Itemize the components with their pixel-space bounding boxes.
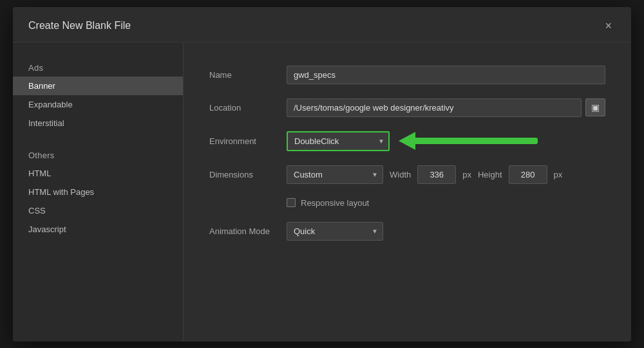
animation-mode-row: Animation Mode Quick Standard CSS ▼ [209,222,605,241]
sidebar-item-javascript[interactable]: Javascript [13,220,183,239]
environment-select-wrapper: DoubleClick Google Ads None ▼ [287,131,390,151]
folder-button[interactable]: ▣ [585,98,605,116]
sidebar-item-html-pages[interactable]: HTML with Pages [13,183,183,201]
dialog-body: Ads Banner Expandable Interstitial Other… [13,42,631,342]
green-arrow [399,132,538,150]
dimensions-label: Dimensions [209,170,287,179]
animation-mode-select[interactable]: Quick Standard CSS [287,222,383,241]
width-input[interactable] [417,165,456,184]
width-label: Width [390,170,411,179]
location-row: Location ▣ [209,98,605,117]
environment-label: Environment [209,136,287,146]
create-file-dialog: Create New Blank File × Ads Banner Expan… [13,7,631,342]
dimensions-select[interactable]: Custom 320x50 300x250 728x90 [287,165,383,184]
dimensions-row: Dimensions Custom 320x50 300x250 728x90 … [209,165,605,184]
dialog-title: Create New Blank File [28,20,131,32]
dimensions-select-wrapper: Custom 320x50 300x250 728x90 ▼ [287,165,383,184]
sidebar-item-banner[interactable]: Banner [13,77,183,95]
animation-mode-label: Animation Mode [209,226,287,236]
folder-icon: ▣ [591,102,600,113]
close-button[interactable]: × [601,19,616,33]
arrow-head-icon [399,132,415,150]
dialog-header: Create New Blank File × [13,7,631,42]
environment-control: DoubleClick Google Ads None ▼ [287,131,538,151]
location-label: Location [209,103,287,113]
name-input[interactable] [287,66,605,84]
responsive-label: Responsive layout [301,198,369,208]
px-label-2: px [554,170,563,179]
name-row: Name [209,66,605,84]
arrow-body [415,138,538,144]
height-input[interactable] [509,165,547,184]
sidebar-item-interstitial[interactable]: Interstitial [13,114,183,133]
height-label: Height [478,170,502,179]
animation-mode-select-wrapper: Quick Standard CSS ▼ [287,222,383,241]
sidebar-item-expandable[interactable]: Expandable [13,95,183,114]
name-label: Name [209,70,287,80]
responsive-row: Responsive layout [209,198,605,208]
environment-select[interactable]: DoubleClick Google Ads None [287,131,390,151]
others-section-label: Others [13,145,183,164]
name-control [287,66,605,84]
sidebar: Ads Banner Expandable Interstitial Other… [13,42,184,342]
environment-row: Environment DoubleClick Google Ads None … [209,131,605,151]
sidebar-item-css[interactable]: CSS [13,201,183,220]
dimensions-control: Custom 320x50 300x250 728x90 ▼ Width px … [287,165,605,184]
ads-section-label: Ads [13,58,183,77]
px-label-1: px [462,170,471,179]
location-input[interactable] [287,98,582,117]
sidebar-item-html[interactable]: HTML [13,164,183,183]
main-content: Name Location ▣ Environment [184,42,631,342]
responsive-checkbox[interactable] [287,198,296,207]
location-control: ▣ [287,98,605,117]
